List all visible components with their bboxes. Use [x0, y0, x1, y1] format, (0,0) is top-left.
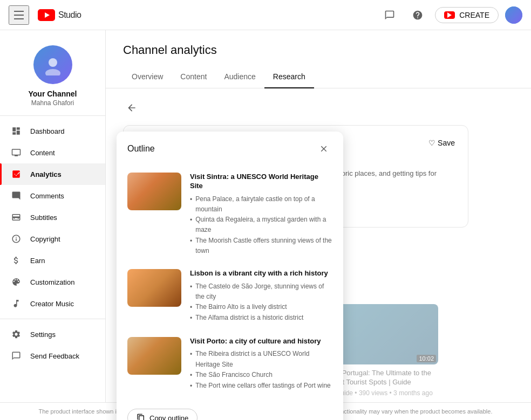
tab-content[interactable]: Content [172, 66, 215, 88]
sidebar-item-analytics[interactable]: Analytics [0, 163, 105, 185]
bullet-text: Quinta da Regaleira, a mystical garden w… [195, 215, 332, 235]
copy-icon [137, 414, 145, 420]
sidebar-item-label: Creator Music [30, 300, 74, 308]
back-button[interactable] [123, 99, 140, 116]
video-title-2: ver Portugal: The Ultimate to the Best T… [330, 369, 438, 387]
save-label: Save [438, 139, 455, 147]
sidebar-item-label: Settings [30, 331, 56, 339]
sidebar-item-comments[interactable]: Comments [0, 185, 105, 206]
channel-handle: Mahna Ghafori [31, 99, 74, 107]
outline-content-lisbon: Lisbon is a vibrant city with a rich his… [190, 269, 332, 324]
sidebar-item-creator-music[interactable]: Creator Music [0, 293, 105, 314]
avatar[interactable] [505, 6, 522, 24]
svg-point-2 [49, 58, 57, 67]
create-button[interactable]: CREATE [435, 7, 499, 23]
earn-icon [11, 255, 22, 266]
outline-item-lisbon: Lisbon is a vibrant city with a rich his… [117, 263, 343, 331]
bullet-dot: • [190, 302, 192, 313]
svg-point-3 [45, 69, 60, 75]
create-label: CREATE [459, 11, 489, 19]
sidebar-item-settings[interactable]: Settings [0, 323, 105, 345]
sidebar-item-label: Content [30, 149, 55, 157]
tab-research[interactable]: Research [264, 66, 314, 88]
subtitles-icon [11, 212, 22, 223]
sidebar-item-subtitles[interactable]: Subtitles [0, 206, 105, 228]
video-info-2: ver Portugal: The Ultimate to the Best T… [330, 369, 438, 397]
save-button[interactable]: ♡ Save [428, 139, 455, 147]
main-content: Channel analytics Overview Content Audie… [106, 30, 531, 420]
outline-content-porto: Visit Porto: a city of culture and histo… [190, 337, 332, 392]
outline-bullet-sintra-3: • The Moorish Castle offers stunning vie… [190, 236, 332, 256]
page-title: Channel analytics [123, 43, 514, 57]
bullet-dot: • [190, 313, 192, 323]
channel-avatar[interactable] [33, 45, 72, 84]
bullet-dot: • [190, 349, 192, 369]
outline-modal-header: Outline [117, 132, 343, 166]
video-item-2: 10:02 ver Portugal: The Ultimate to the … [330, 304, 438, 397]
outline-item-title-lisbon: Lisbon is a vibrant city with a rich his… [190, 269, 332, 278]
sidebar-item-label: Subtitles [30, 214, 57, 222]
outline-modal-title: Outline [127, 144, 155, 154]
sidebar-item-label: Comments [30, 192, 64, 200]
sidebar-divider [0, 319, 105, 319]
content-icon [11, 147, 22, 158]
bullet-text: Pena Palace, a fairytale castle on top o… [195, 194, 332, 215]
video-duration-2: 10:02 [417, 355, 436, 362]
close-icon [319, 144, 329, 154]
sidebar-item-label: Dashboard [30, 127, 65, 135]
sidebar-item-copyright[interactable]: Copyright [0, 228, 105, 250]
logo: Studio [38, 9, 81, 21]
layout: Your Channel Mahna Ghafori Dashboard Con… [0, 30, 531, 420]
customization-icon [11, 277, 22, 287]
feedback-icon [11, 350, 22, 361]
sidebar-item-feedback[interactable]: Send Feedback [0, 345, 105, 367]
menu-button[interactable] [9, 5, 29, 25]
video-meta-2: ...Guide • 390 views • 3 months ago [330, 389, 438, 397]
tab-overview[interactable]: Overview [123, 66, 172, 88]
outline-bullet-lisbon-1: • The Castelo de São Jorge, stunning vie… [190, 281, 332, 302]
channel-name: Your Channel [29, 89, 77, 98]
copy-outline-button[interactable]: Copy outline [127, 409, 198, 420]
heart-icon: ♡ [428, 139, 435, 147]
outline-modal: Outline Visit Sintra: a UNESCO World Her… [117, 132, 343, 420]
help-icon [412, 10, 423, 20]
outline-thumb-sintra [127, 173, 181, 210]
top-header: Studio CREATE [0, 0, 531, 30]
outline-items-list: Visit Sintra: a UNESCO World Heritage Si… [117, 166, 343, 402]
video-thumb-2[interactable]: 10:02 [330, 304, 438, 364]
tab-audience[interactable]: Audience [215, 66, 264, 88]
comments-icon [11, 190, 22, 201]
header-right: CREATE [379, 4, 522, 26]
bullet-dot: • [190, 370, 192, 381]
outline-bullet-porto-1: • The Ribeira district is a UNESCO World… [190, 349, 332, 369]
sidebar-item-dashboard[interactable]: Dashboard [0, 120, 105, 142]
sidebar-item-label: Customization [30, 278, 74, 286]
dashboard-icon [11, 126, 22, 136]
outline-item-title-porto: Visit Porto: a city of culture and histo… [190, 337, 332, 346]
logo-text: Studio [58, 10, 81, 20]
sidebar-item-customization[interactable]: Customization [0, 271, 105, 293]
outline-bullet-sintra-1: • Pena Palace, a fairytale castle on top… [190, 194, 332, 215]
sidebar-item-content[interactable]: Content [0, 142, 105, 163]
close-outline-button[interactable] [315, 140, 332, 157]
header-left: Studio [9, 5, 81, 25]
outline-thumb-lisbon [127, 269, 181, 307]
outline-item-porto: Visit Porto: a city of culture and histo… [117, 331, 343, 398]
bullet-dot: • [190, 381, 192, 391]
channel-info: Your Channel Mahna Ghafori [0, 35, 105, 116]
bullet-text: The São Francisco Church [195, 370, 273, 381]
bullet-text: The Alfama district is a historic distri… [195, 313, 303, 323]
outline-bullet-porto-3: • The Port wine cellars offer tastings o… [190, 381, 332, 391]
outline-bullet-sintra-2: • Quinta da Regaleira, a mystical garden… [190, 215, 332, 235]
sidebar-item-label: Send Feedback [30, 352, 79, 360]
bullet-text: The Ribeira district is a UNESCO World H… [195, 349, 332, 369]
notifications-button[interactable] [379, 4, 400, 26]
outline-item-sintra: Visit Sintra: a UNESCO World Heritage Si… [117, 166, 343, 263]
sidebar-item-earn[interactable]: Earn [0, 250, 105, 271]
sidebar-item-label: Copyright [30, 235, 60, 243]
help-button[interactable] [407, 4, 428, 26]
tabs-bar: Overview Content Audience Research [106, 66, 531, 88]
sidebar-item-label: Earn [30, 257, 45, 265]
nav-section: Dashboard Content Analytics [0, 116, 105, 371]
settings-icon [11, 329, 22, 340]
